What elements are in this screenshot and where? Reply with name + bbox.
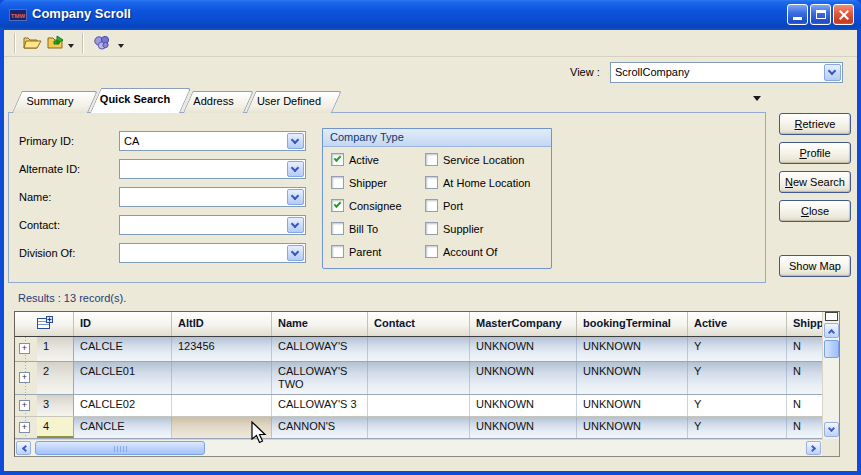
open-form-button[interactable] [46, 34, 68, 53]
tab-address[interactable]: Address [183, 91, 244, 113]
checkbox-active[interactable] [331, 153, 344, 166]
checkbox-parent[interactable] [331, 245, 344, 258]
column-header-contact[interactable]: Contact [368, 312, 470, 336]
cell-bookingterminal[interactable]: UNKNOWN [577, 362, 688, 394]
vertical-scroll-thumb[interactable] [824, 340, 839, 358]
cell-shipper[interactable]: N [787, 395, 822, 416]
contact-combobox[interactable] [119, 215, 306, 235]
column-header-active[interactable]: Active [688, 312, 787, 336]
row-number[interactable]: 1 [37, 337, 74, 361]
checkbox-bill-to[interactable] [331, 222, 344, 235]
cell-contact[interactable] [368, 395, 470, 416]
tab-summary[interactable]: Summary [12, 91, 88, 113]
scroll-down-button[interactable] [824, 422, 839, 437]
cell-mastercompany[interactable]: UNKNOWN [470, 417, 577, 438]
cell-id[interactable]: CALCLE [74, 337, 172, 361]
tab-user-defined[interactable]: User Defined [246, 91, 332, 113]
vertical-scrollbar[interactable] [822, 312, 839, 439]
cell-name[interactable]: CANNON'S [272, 417, 368, 438]
row-number[interactable]: 4 [37, 417, 74, 438]
close-button[interactable] [833, 4, 854, 25]
grid-corner-cell[interactable] [15, 312, 74, 336]
maximize-button[interactable] [810, 4, 831, 25]
checkbox-service-location[interactable] [425, 153, 438, 166]
cell-active[interactable]: Y [688, 395, 787, 416]
division-of-combobox[interactable] [119, 243, 306, 263]
cell-altid[interactable] [172, 395, 272, 416]
checkbox-account-of[interactable] [425, 245, 438, 258]
title-bar[interactable]: TMW Company Scroll [0, 0, 861, 30]
cell-bookingterminal[interactable]: UNKNOWN [577, 395, 688, 416]
chevron-down-icon [291, 136, 299, 144]
minimize-button[interactable] [787, 4, 808, 25]
column-header-bookingterminal[interactable]: bookingTerminal [577, 312, 688, 336]
horizontal-scrollbar[interactable] [15, 439, 822, 456]
cell-mastercompany[interactable]: UNKNOWN [470, 395, 577, 416]
row-expand-toggle[interactable]: + [15, 362, 37, 394]
cell-id[interactable]: CANCLE [74, 417, 172, 438]
new-search-button[interactable]: New Search [779, 171, 851, 193]
cell-shipper[interactable]: N [787, 417, 822, 438]
cell-shipper[interactable]: N [787, 362, 822, 394]
column-header-name[interactable]: Name [272, 312, 368, 336]
tab-quick-search[interactable]: Quick Search [90, 88, 180, 113]
table-row[interactable]: + 1 CALCLE 123456 CALLOWAY'S UNKNOWN UNK… [15, 337, 822, 362]
chevron-up-icon [828, 329, 835, 336]
column-header-id[interactable]: ID [74, 312, 172, 336]
toolbar-dropdown-caret[interactable] [118, 44, 124, 48]
alternate-id-combobox[interactable] [119, 159, 306, 179]
primary-id-combobox[interactable]: CA [119, 131, 306, 151]
cell-active[interactable]: Y [688, 362, 787, 394]
collapse-panel-arrow[interactable] [753, 96, 761, 101]
checkbox-port[interactable] [425, 199, 438, 212]
view-dropdown-button[interactable] [824, 64, 841, 81]
checkbox-supplier[interactable] [425, 222, 438, 235]
checkbox-shipper[interactable] [331, 176, 344, 189]
row-expand-toggle[interactable]: + [15, 337, 37, 361]
system-button[interactable] [92, 34, 114, 53]
cell-bookingterminal[interactable]: UNKNOWN [577, 337, 688, 361]
cell-mastercompany[interactable]: UNKNOWN [470, 362, 577, 394]
open-folder-button[interactable] [22, 34, 44, 53]
name-combobox[interactable] [119, 187, 306, 207]
table-row[interactable]: + 3 CALCLE02 CALLOWAY'S 3 UNKNOWN UNKNOW… [15, 395, 822, 417]
row-expand-toggle[interactable]: + [15, 395, 37, 416]
scroll-up-button[interactable] [824, 323, 839, 338]
cell-name[interactable]: CALLOWAY'S [272, 337, 368, 361]
check-icon [334, 154, 342, 162]
cell-id[interactable]: CALCLE02 [74, 395, 172, 416]
cell-active[interactable]: Y [688, 337, 787, 361]
column-header-mastercompany[interactable]: MasterCompany [470, 312, 577, 336]
cell-name[interactable]: CALLOWAY'S 3 [272, 395, 368, 416]
cell-bookingterminal[interactable]: UNKNOWN [577, 417, 688, 438]
column-header-shipper[interactable]: Shipp [787, 312, 822, 336]
cell-name[interactable]: CALLOWAY'S TWO [272, 362, 368, 394]
close-action-button[interactable]: Close [779, 200, 851, 222]
checkbox-at-home-location[interactable] [425, 176, 438, 189]
row-expand-toggle[interactable]: + [15, 417, 37, 438]
show-map-button[interactable]: Show Map [779, 255, 851, 277]
retrieve-button[interactable]: Retrieve [779, 113, 851, 135]
scroll-left-button[interactable] [16, 441, 31, 455]
profile-button[interactable]: Profile [779, 142, 851, 164]
row-number[interactable]: 2 [37, 362, 74, 394]
table-row[interactable]: + 2 CALCLE01 CALLOWAY'S TWO UNKNOWN UNKN… [15, 362, 822, 395]
toolbar-dropdown-caret[interactable] [68, 44, 74, 48]
column-header-altid[interactable]: AltID [172, 312, 272, 336]
horizontal-scroll-thumb[interactable] [35, 441, 205, 455]
view-combobox[interactable]: ScrollCompany [610, 62, 843, 83]
cell-active[interactable]: Y [688, 417, 787, 438]
window-title: Company Scroll [32, 6, 131, 21]
cell-contact[interactable] [368, 417, 470, 438]
cell-contact[interactable] [368, 362, 470, 394]
cell-shipper[interactable]: N [787, 337, 822, 361]
cell-contact[interactable] [368, 337, 470, 361]
scroll-right-button[interactable] [806, 441, 821, 455]
table-row-current[interactable]: + 4 CANCLE CANNON'S UNKNOWN UNKNOWN Y N [15, 417, 822, 439]
cell-altid[interactable] [172, 362, 272, 394]
row-number[interactable]: 3 [37, 395, 74, 416]
cell-altid[interactable]: 123456 [172, 337, 272, 361]
checkbox-consignee[interactable] [331, 199, 344, 212]
cell-mastercompany[interactable]: UNKNOWN [470, 337, 577, 361]
cell-id[interactable]: CALCLE01 [74, 362, 172, 394]
